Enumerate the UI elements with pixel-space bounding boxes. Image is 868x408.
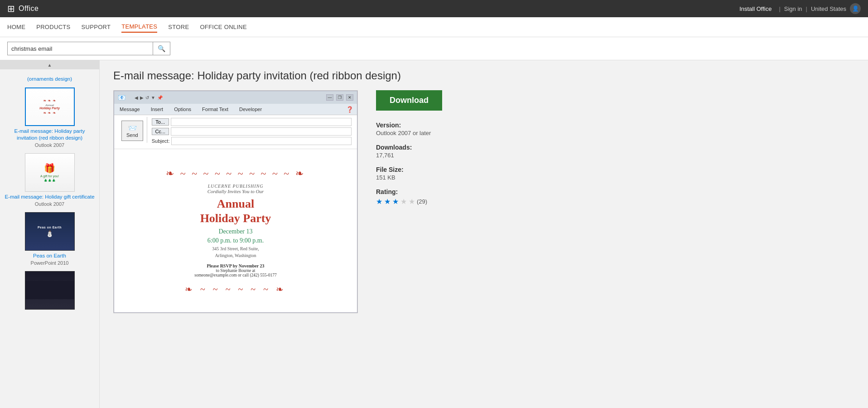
star-2: ★	[384, 197, 391, 206]
top-bar-divider2: |	[806, 5, 807, 12]
nav-item-store[interactable]: STORE	[168, 22, 189, 32]
version-value: Outlook 2007 or later	[376, 130, 850, 136]
peas-title: Peas on Earth	[5, 253, 95, 259]
minimize-button[interactable]: —	[326, 94, 333, 101]
download-button[interactable]: Download	[376, 90, 442, 111]
send-button-container: 📨 Send	[118, 117, 147, 143]
ribbon-tab-options[interactable]: Options	[172, 106, 193, 113]
search-form: 🔍	[7, 42, 170, 55]
restore-button[interactable]: ❐	[336, 94, 343, 101]
star-3: ★	[392, 197, 399, 206]
nav-item-templates[interactable]: TEMPLATES	[121, 21, 157, 33]
version-section: Version: Outlook 2007 or later	[376, 121, 850, 136]
time-text: 6:00 p.m. to 9:00 p.m.	[132, 237, 339, 244]
search-input[interactable]	[8, 43, 153, 55]
annual-title: Annual Holiday Party	[132, 197, 339, 225]
red-ribbon-subtitle: Outlook 2007	[5, 142, 95, 148]
rating-label: Rating:	[376, 188, 850, 195]
close-button[interactable]: ✕	[346, 94, 353, 101]
top-bar-right: Install Office | Sign in | United States…	[736, 3, 861, 14]
cc-button[interactable]: Cc...	[152, 128, 169, 135]
ribbon-tab-insert[interactable]: Insert	[149, 106, 165, 113]
outlook-title-bar: 📧 ◀ ▶ ↺ ▼ 📌 — ❐	[114, 91, 357, 104]
outlook-title-controls: — ❐ ✕	[326, 94, 353, 101]
gift-title: E-mail message: Holiday gift certificate	[5, 194, 95, 200]
region-text[interactable]: United States	[811, 5, 846, 12]
sign-in-link[interactable]: Sign in	[784, 5, 802, 12]
office-logo-icon: ⊞	[7, 3, 15, 14]
filesize-section: File Size: 151 KB	[376, 166, 850, 181]
peas-thumbnail: Peas on Earth ⛄	[25, 212, 75, 251]
rating-count[interactable]: (29)	[417, 198, 427, 205]
gift-thumbnail: 🎁 A gift for you! 🌲 🌲 🌲	[25, 153, 75, 192]
outlook-ribbon: Message Insert Options Format Text Devel…	[114, 104, 357, 115]
ribbon-tab-message[interactable]: Message	[118, 106, 142, 113]
nav-item-home[interactable]: HOME	[7, 22, 25, 32]
info-panel: Download Version: Outlook 2007 or later …	[371, 90, 854, 213]
outlook-ribbon-tabs: Message Insert Options Format Text Devel…	[118, 106, 264, 113]
annual-text: Annual	[217, 197, 254, 210]
sidebar-item-gift[interactable]: 🎁 A gift for you! 🌲 🌲 🌲 E-mail message: …	[0, 151, 99, 209]
template-layout: 📧 ◀ ▶ ↺ ▼ 📌 — ❐	[113, 90, 854, 313]
toolbar-refresh-icon[interactable]: ↺	[145, 95, 149, 100]
outlook-window: 📧 ◀ ▶ ↺ ▼ 📌 — ❐	[114, 91, 357, 313]
downloads-label: Downloads:	[376, 144, 850, 151]
downloads-value: 17,761	[376, 152, 850, 159]
office-title: Office	[19, 5, 39, 13]
star-4: ★	[400, 197, 407, 206]
nav-item-support[interactable]: SUPPORT	[82, 22, 111, 32]
sidebar-item-ornaments[interactable]: (ornaments design)	[0, 72, 99, 85]
to-button[interactable]: To...	[152, 118, 169, 126]
cordially-text: Cordially Invites You to Our	[132, 189, 339, 194]
toolbar-more-icon[interactable]: ▼	[151, 95, 155, 100]
toolbar-forward-icon[interactable]: ▶	[140, 95, 144, 100]
filesize-value: 151 KB	[376, 174, 850, 181]
red-ribbon-title: E-mail message: Holiday party invitation…	[5, 128, 95, 141]
toolbar-back-icon[interactable]: ◀	[135, 95, 138, 100]
date-text: December 13	[132, 228, 339, 235]
downloads-section: Downloads: 17,761	[376, 144, 850, 159]
send-button[interactable]: 📨 Send	[121, 121, 143, 141]
nav-item-products[interactable]: PRODUCTS	[36, 22, 70, 32]
page-title: E-mail message: Holiday party invitation…	[113, 69, 854, 82]
red-ribbon-thumbnail: ❧ ❧ ❧ AnnualHoliday Party ❧ ❧ ❧	[25, 87, 75, 126]
install-office-button[interactable]: Install Office	[736, 4, 775, 14]
preview-container: 📧 ◀ ▶ ↺ ▼ 📌 — ❐	[113, 90, 358, 313]
ribbon-tab-format-text[interactable]: Format Text	[200, 106, 230, 113]
to-input[interactable]	[171, 118, 352, 126]
subject-input[interactable]	[171, 137, 352, 145]
outlook-body: ❧ ~ ~ ~ ~ ~ ~ ~ ~ ~ ~ ❧ LUCERNE PUBLISHI…	[114, 149, 357, 312]
search-icon: 🔍	[158, 45, 165, 52]
user-icon: 👤	[852, 5, 859, 12]
sidebar-scroll-up-button[interactable]: ▲	[0, 60, 99, 69]
version-label: Version:	[376, 121, 850, 129]
sidebar-item-dark[interactable]	[0, 268, 99, 312]
search-bar: 🔍	[0, 37, 868, 60]
rsvp-to-text: to Stephanie Bourne at	[132, 268, 339, 273]
outlook-help-icon[interactable]: ❓	[346, 106, 353, 113]
header-fields: To... Cc... Subject:	[150, 117, 353, 147]
search-button[interactable]: 🔍	[153, 42, 170, 55]
nav-item-office-online[interactable]: OFFICE ONLINE	[200, 22, 247, 32]
email-content: ❧ ~ ~ ~ ~ ~ ~ ~ ~ ~ ~ ❧ LUCERNE PUBLISHI…	[114, 157, 357, 304]
sidebar-item-red-ribbon[interactable]: ❧ ❧ ❧ AnnualHoliday Party ❧ ❧ ❧ E-mail m…	[0, 85, 99, 151]
address2-text: Arlington, Washington	[132, 253, 339, 258]
ribbon-tab-developer[interactable]: Developer	[237, 106, 264, 113]
star-5: ★	[409, 197, 415, 206]
user-icon-button[interactable]: 👤	[850, 3, 861, 14]
gift-subtitle: Outlook 2007	[5, 201, 95, 207]
outlook-app-icon: 📧	[118, 94, 125, 101]
cc-input[interactable]	[171, 127, 352, 136]
top-bar: ⊞ Office Install Office | Sign in | Unit…	[0, 0, 868, 17]
sidebar-item-peas[interactable]: Peas on Earth ⛄ Peas on Earth PowerPoint…	[0, 209, 99, 268]
toolbar-pin-icon[interactable]: 📌	[157, 95, 163, 100]
rsvp-contact-text: someone@example.com or call (242) 555-01…	[132, 273, 339, 277]
holiday-party-text: Holiday Party	[200, 212, 271, 225]
to-row: To...	[152, 118, 352, 126]
rsvp-text: Please RSVP by November 23	[132, 263, 339, 268]
rating-section: Rating: ★ ★ ★ ★ ★ (29)	[376, 188, 850, 206]
subject-label: Subject:	[152, 138, 170, 144]
send-label: Send	[126, 132, 138, 138]
cc-row: Cc...	[152, 127, 352, 136]
content-area: E-mail message: Holiday party invitation…	[100, 60, 868, 408]
